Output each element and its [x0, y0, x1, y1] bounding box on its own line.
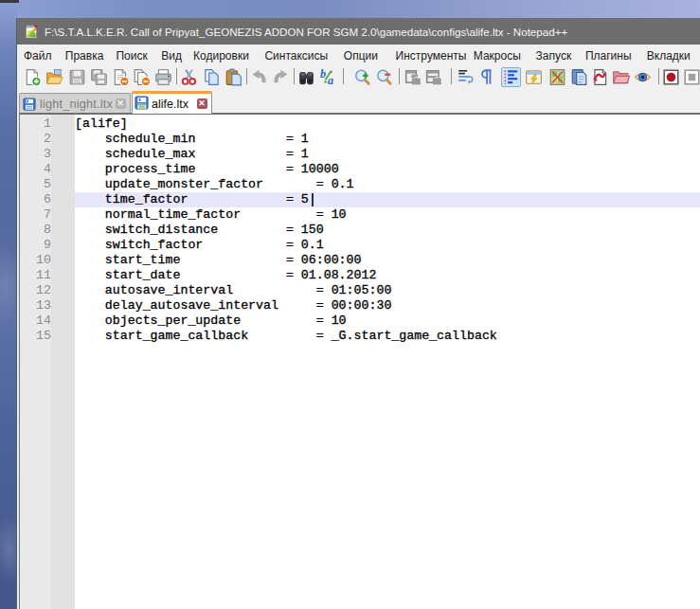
svg-text:b: b [320, 68, 326, 81]
